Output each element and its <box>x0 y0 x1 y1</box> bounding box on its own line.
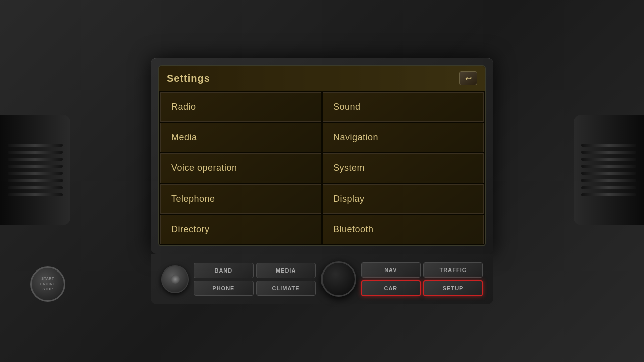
vent-slot <box>581 144 636 147</box>
screen-title: Settings <box>167 73 210 84</box>
back-arrow-icon: ↩ <box>465 74 472 83</box>
center-knob[interactable] <box>321 261 356 297</box>
menu-item-system[interactable]: System <box>323 153 484 183</box>
vent-slot <box>581 193 636 196</box>
center-unit: Settings ↩ Radio Sound Media Navigation … <box>146 58 498 304</box>
screen-bezel: Settings ↩ Radio Sound Media Navigation … <box>151 58 493 254</box>
vent-slot <box>8 144 63 147</box>
left-knob[interactable] <box>161 265 189 293</box>
vent-slot <box>8 165 63 168</box>
vent-slot <box>581 165 636 168</box>
title-bar: Settings ↩ <box>159 66 485 91</box>
vent-slot <box>581 151 636 154</box>
car-panel: STARTENGINESTOP Settings ↩ Radio Sound M… <box>0 0 644 362</box>
vent-slot <box>8 172 63 175</box>
menu-item-sound[interactable]: Sound <box>323 92 484 122</box>
vent-left <box>0 115 70 225</box>
menu-item-directory[interactable]: Directory <box>160 215 321 244</box>
media-button[interactable]: MEDIA <box>256 263 316 278</box>
vent-slot <box>8 186 63 189</box>
vent-slot <box>8 193 63 196</box>
car-button[interactable]: CAR <box>361 280 421 296</box>
left-knob-inner <box>171 275 180 284</box>
vent-slot <box>581 172 636 175</box>
phone-button[interactable]: PHONE <box>194 281 254 296</box>
setup-button[interactable]: SETUP <box>423 280 483 296</box>
menu-item-radio[interactable]: Radio <box>160 92 321 122</box>
menu-item-telephone[interactable]: Telephone <box>160 184 321 214</box>
nav-button[interactable]: NAV <box>361 262 421 278</box>
controls-area: BAND MEDIA PHONE CLIMATE NAV TRAFFIC CAR… <box>151 254 493 304</box>
vent-slot <box>8 151 63 154</box>
buttons-right: NAV TRAFFIC CAR SETUP <box>361 262 484 296</box>
menu-item-media[interactable]: Media <box>160 123 321 152</box>
menu-grid: Radio Sound Media Navigation Voice opera… <box>159 91 485 245</box>
traffic-button[interactable]: TRAFFIC <box>423 262 483 278</box>
climate-button[interactable]: CLIMATE <box>256 281 316 296</box>
vent-slot <box>8 158 63 161</box>
menu-item-bluetooth[interactable]: Bluetooth <box>323 215 484 244</box>
menu-item-navigation[interactable]: Navigation <box>323 123 484 152</box>
vent-slot <box>581 158 636 161</box>
buttons-left: BAND MEDIA PHONE CLIMATE <box>194 263 316 296</box>
start-engine-label: STARTENGINESTOP <box>40 276 55 292</box>
back-button[interactable]: ↩ <box>459 71 477 85</box>
vent-right <box>574 115 644 225</box>
vent-slot <box>8 179 63 182</box>
vent-slot <box>581 186 636 189</box>
start-engine-button[interactable]: STARTENGINESTOP <box>30 266 65 302</box>
menu-item-display[interactable]: Display <box>323 184 484 214</box>
vent-slot <box>581 179 636 182</box>
screen: Settings ↩ Radio Sound Media Navigation … <box>158 65 486 246</box>
menu-item-voice[interactable]: Voice operation <box>160 153 321 183</box>
band-button[interactable]: BAND <box>194 263 254 278</box>
